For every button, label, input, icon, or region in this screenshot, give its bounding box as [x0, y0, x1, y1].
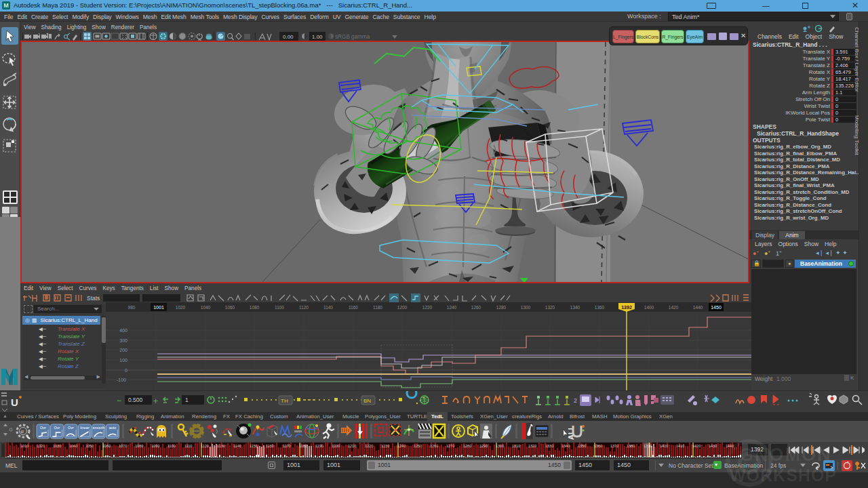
- svg-text:1392: 1392: [621, 305, 632, 310]
- svg-text:400: 400: [119, 328, 127, 333]
- svg-text:1030: 1030: [53, 444, 61, 448]
- svg-text:1020: 1020: [176, 305, 186, 310]
- svg-text:a: a: [21, 428, 24, 434]
- svg-text:smooth: smooth: [92, 426, 104, 430]
- svg-text:+: +: [153, 396, 158, 406]
- svg-text:1220: 1220: [365, 444, 373, 448]
- svg-text:1360: 1360: [594, 444, 602, 448]
- svg-text:1260: 1260: [471, 305, 481, 310]
- svg-text:BN: BN: [363, 398, 371, 404]
- svg-text:200: 200: [119, 348, 127, 352]
- svg-text:1190: 1190: [315, 444, 323, 448]
- svg-text:1150: 1150: [250, 444, 258, 448]
- svg-text:1001: 1001: [153, 305, 164, 310]
- svg-text:auto: auto: [109, 426, 117, 430]
- svg-text:980: 980: [128, 305, 136, 310]
- svg-text:1120: 1120: [299, 305, 309, 310]
- svg-text:1140: 1140: [323, 305, 333, 310]
- svg-text:1180: 1180: [299, 444, 307, 448]
- svg-text:−: −: [117, 396, 121, 405]
- svg-text:1080: 1080: [250, 305, 260, 310]
- svg-text:1160: 1160: [266, 444, 274, 448]
- svg-text:1270: 1270: [446, 444, 454, 448]
- svg-text:linear: linear: [80, 426, 90, 430]
- svg-text:1160: 1160: [349, 305, 358, 310]
- svg-text:1450: 1450: [711, 305, 722, 310]
- svg-text:1240: 1240: [447, 305, 457, 310]
- svg-text:1.00: 1.00: [312, 34, 323, 40]
- svg-text:1: 1: [185, 396, 189, 403]
- svg-text:1300: 1300: [521, 305, 531, 310]
- svg-text:1010: 1010: [20, 444, 28, 448]
- svg-text:1420: 1420: [692, 444, 701, 448]
- svg-text:1390: 1390: [644, 444, 652, 448]
- svg-text:Ovr: Ovr: [40, 426, 46, 430]
- svg-text:1360: 1360: [595, 305, 605, 310]
- svg-text:1340: 1340: [570, 305, 580, 310]
- svg-text:-100: -100: [117, 378, 126, 382]
- svg-text:1310: 1310: [512, 444, 520, 448]
- svg-text:1140: 1140: [233, 444, 241, 448]
- svg-text:Stats: Stats: [87, 295, 100, 302]
- svg-text:1210: 1210: [348, 444, 356, 448]
- svg-text:1060: 1060: [102, 444, 111, 448]
- svg-text:1440: 1440: [726, 444, 734, 448]
- svg-text:1070: 1070: [119, 444, 127, 448]
- svg-text:U: U: [11, 396, 18, 408]
- svg-text:1240: 1240: [397, 444, 406, 448]
- svg-text:1400: 1400: [644, 305, 654, 310]
- svg-text:1340: 1340: [561, 444, 570, 448]
- svg-text:1080: 1080: [135, 444, 143, 448]
- svg-text:1100: 1100: [167, 444, 176, 448]
- svg-text:1050: 1050: [85, 444, 94, 448]
- svg-text:1090: 1090: [151, 444, 159, 448]
- svg-text:1250: 1250: [414, 444, 422, 448]
- svg-text:1290: 1290: [479, 444, 488, 448]
- svg-text:1330: 1330: [545, 444, 553, 448]
- svg-text:1280: 1280: [463, 444, 471, 448]
- svg-text:1170: 1170: [283, 444, 291, 448]
- svg-text:300: 300: [119, 338, 127, 343]
- svg-text:1060: 1060: [225, 305, 235, 310]
- svg-text:1440: 1440: [693, 305, 703, 310]
- svg-text:1420: 1420: [669, 305, 679, 310]
- svg-text:Ovr: Ovr: [68, 426, 74, 430]
- svg-text:1350: 1350: [578, 444, 586, 448]
- svg-text:1280: 1280: [496, 305, 507, 310]
- svg-text:1200: 1200: [397, 305, 408, 310]
- svg-text:1320: 1320: [528, 444, 536, 448]
- svg-text:1040: 1040: [201, 305, 211, 310]
- svg-text:1130: 1130: [217, 444, 225, 448]
- svg-text:1430: 1430: [709, 444, 717, 448]
- svg-text:Ovr: Ovr: [54, 426, 60, 430]
- svg-text:1100: 1100: [275, 305, 284, 310]
- svg-text:0: 0: [125, 368, 127, 373]
- svg-text:1380: 1380: [627, 444, 635, 448]
- svg-text:TH: TH: [281, 398, 288, 404]
- svg-text:1230: 1230: [381, 444, 389, 448]
- svg-text:1410: 1410: [676, 444, 684, 448]
- svg-text:1120: 1120: [201, 444, 209, 448]
- svg-text:2: 2: [574, 397, 577, 404]
- svg-text:1040: 1040: [69, 444, 77, 448]
- svg-text:1300: 1300: [496, 444, 504, 448]
- svg-text:1260: 1260: [430, 444, 438, 448]
- svg-text:0.500: 0.500: [128, 396, 143, 403]
- svg-text:1400: 1400: [660, 444, 668, 448]
- svg-text:1220: 1220: [422, 305, 433, 310]
- svg-text:1180: 1180: [373, 305, 382, 310]
- svg-text:1200: 1200: [332, 444, 340, 448]
- svg-text:zeros: zeros: [193, 429, 199, 432]
- svg-text:sRGB gamma: sRGB gamma: [335, 34, 370, 40]
- svg-text:100: 100: [119, 358, 127, 363]
- svg-text:1110: 1110: [184, 444, 192, 448]
- svg-text:0.00: 0.00: [283, 34, 294, 40]
- svg-text:1020: 1020: [37, 444, 45, 448]
- svg-text:1370: 1370: [610, 444, 618, 448]
- svg-text:1320: 1320: [545, 305, 555, 310]
